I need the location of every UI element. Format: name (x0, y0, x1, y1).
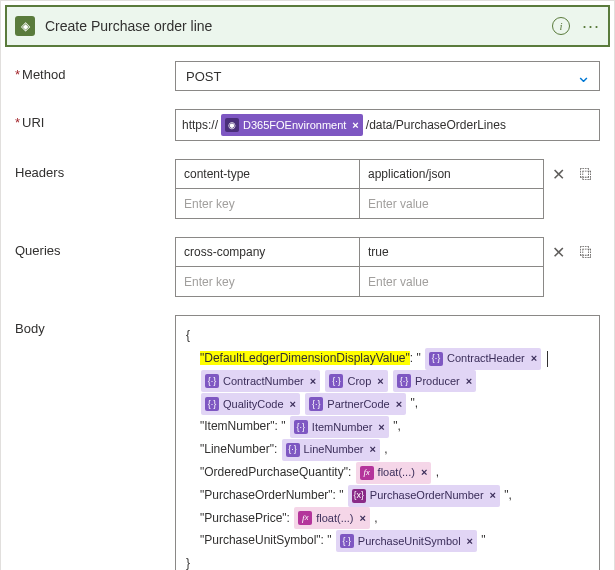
query-key-placeholder[interactable]: Enter key (175, 267, 360, 297)
uri-label: *URI (15, 109, 175, 141)
info-icon[interactable]: i (552, 17, 570, 35)
uri-env-token[interactable]: ◉ D365FOEnvironment × (221, 114, 363, 136)
text-cursor (547, 351, 548, 367)
delete-header-icon[interactable]: ✕ (552, 165, 565, 184)
card-header[interactable]: ◈ Create Purchase order line i ··· (5, 5, 610, 47)
header-value-placeholder[interactable]: Enter value (360, 189, 544, 219)
header-value-input[interactable]: application/json (360, 159, 544, 189)
token-line-number[interactable]: {·}LineNumber× (282, 439, 380, 461)
token-icon: ◉ (225, 118, 239, 132)
token-quality-code[interactable]: {·}QualityCode× (201, 393, 300, 415)
queries-label: Queries (15, 237, 175, 297)
uri-suffix: /data/PurchaseOrderLines (366, 118, 506, 132)
header-key-placeholder[interactable]: Enter key (175, 189, 360, 219)
copy-query-icon[interactable]: ⿻ (580, 245, 593, 260)
token-contract-header[interactable]: {·}ContractHeader× (425, 348, 541, 370)
token-partner-code[interactable]: {·}PartnerCode× (305, 393, 406, 415)
method-label: *Method (15, 61, 175, 91)
uri-prefix: https:// (182, 118, 218, 132)
json-close: } (186, 552, 589, 570)
copy-header-icon[interactable]: ⿻ (580, 167, 593, 182)
method-value: POST (186, 69, 221, 84)
headers-label: Headers (15, 159, 175, 219)
token-crop[interactable]: {·}Crop× (325, 370, 387, 392)
highlighted-key: "DefaultLedgerDimensionDisplayValue" (200, 351, 410, 365)
more-icon[interactable]: ··· (582, 16, 600, 37)
token-float-qty[interactable]: fxfloat(...)× (356, 462, 432, 484)
token-po-number[interactable]: {x}PurchaseOrderNumber× (348, 485, 500, 507)
query-value-input[interactable]: true (360, 237, 544, 267)
token-contract-number[interactable]: {·}ContractNumber× (201, 370, 320, 392)
card-title: Create Purchase order line (45, 18, 552, 34)
query-value-placeholder[interactable]: Enter value (360, 267, 544, 297)
token-item-number[interactable]: {·}ItemNumber× (290, 416, 389, 438)
method-select[interactable]: POST ⌄ (175, 61, 600, 91)
uri-input[interactable]: https:// ◉ D365FOEnvironment × /data/Pur… (175, 109, 600, 141)
token-producer[interactable]: {·}Producer× (393, 370, 476, 392)
token-remove-icon[interactable]: × (352, 119, 358, 131)
query-key-input[interactable]: cross-company (175, 237, 360, 267)
chevron-down-icon: ⌄ (576, 65, 591, 87)
json-open: { (186, 324, 589, 347)
body-input[interactable]: { "DefaultLedgerDimensionDisplayValue": … (175, 315, 600, 570)
connector-icon: ◈ (15, 16, 35, 36)
body-label: Body (15, 315, 175, 570)
token-float-price[interactable]: fxfloat(...)× (294, 507, 370, 529)
header-key-input[interactable]: content-type (175, 159, 360, 189)
delete-query-icon[interactable]: ✕ (552, 243, 565, 262)
action-card: ◈ Create Purchase order line i ··· *Meth… (0, 0, 615, 570)
token-unit-symbol[interactable]: {·}PurchaseUnitSymbol× (336, 530, 477, 552)
